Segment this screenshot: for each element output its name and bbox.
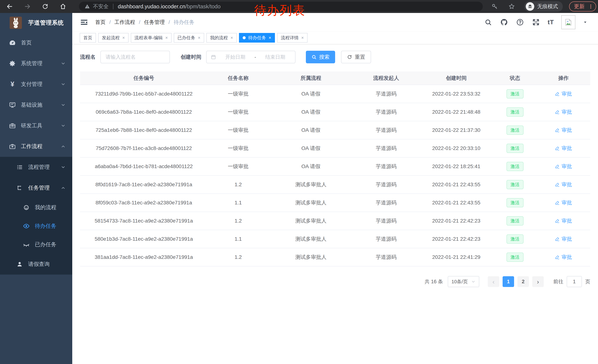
address-bar[interactable]: 不安全 dashboard.yudao.iocoder.cn/bpm/task/… [79, 2, 483, 11]
table-row: 069c6a63-7b8a-11ec-8ef0-acde48001122 一级审… [80, 103, 590, 121]
monitor-icon [8, 101, 17, 108]
yen-icon: ¥ [8, 80, 17, 88]
browser-reload-button[interactable] [40, 1, 50, 12]
approve-button[interactable]: 审批 [555, 199, 572, 206]
approve-button[interactable]: 审批 [555, 217, 572, 224]
page-button-1[interactable]: 1 [503, 276, 514, 287]
sidebar-collapse-icon[interactable] [80, 18, 89, 27]
close-icon[interactable]: × [231, 36, 233, 40]
cell-actions: 审批 [537, 121, 590, 139]
status-badge: 激活 [507, 198, 523, 208]
close-icon[interactable]: × [269, 36, 271, 40]
sidebar-item-label: 任务管理 [28, 184, 50, 192]
breadcrumb-item-workflow[interactable]: 工作流程 [115, 19, 135, 26]
tab-done-tasks[interactable]: 已办任务× [174, 33, 204, 43]
edit-pencil-icon [555, 200, 560, 205]
cell-starter: 芋道源码 [353, 176, 419, 194]
cell-create-time: 2022-01-21 22:43:55 [419, 176, 493, 194]
sidebar-item-label: 请假查询 [28, 260, 50, 268]
tab-process-form-edit[interactable]: 流程表单-编辑× [131, 33, 172, 43]
tab-home[interactable]: 首页 [80, 33, 96, 43]
search-icon[interactable] [484, 18, 492, 26]
github-icon[interactable] [500, 18, 508, 26]
search-button[interactable]: 搜索 [306, 51, 335, 63]
approve-button[interactable]: 审批 [555, 90, 572, 97]
chevron-up-icon [61, 144, 66, 149]
approve-button[interactable]: 审批 [555, 235, 572, 243]
goto-label: 前往 [553, 278, 563, 285]
browser-home-button[interactable] [58, 1, 68, 12]
sidebar-item-todo-tasks[interactable]: 待办任务 [0, 217, 72, 235]
goto-page-input[interactable] [567, 276, 582, 287]
tab-process-detail[interactable]: 流程详情× [277, 33, 307, 43]
approve-button[interactable]: 审批 [555, 163, 572, 170]
font-size-icon[interactable]: tT [548, 18, 554, 26]
breadcrumb-item-task-management[interactable]: 任务管理 [144, 19, 165, 26]
help-icon[interactable] [516, 18, 524, 26]
close-icon[interactable]: × [301, 36, 304, 40]
browser-menu-icon[interactable] [588, 4, 594, 9]
breadcrumb-item-home[interactable]: 首页 [95, 19, 106, 26]
close-icon[interactable]: × [122, 36, 125, 40]
page-url[interactable]: dashboard.yudao.iocoder.cn/bpm/task/todo [118, 4, 221, 10]
sidebar-item-my-process[interactable]: 我的流程 [0, 198, 72, 217]
approve-button[interactable]: 审批 [555, 127, 572, 134]
next-page-button[interactable]: › [532, 276, 544, 287]
sidebar-item-label: 系统管理 [21, 60, 42, 67]
approve-button[interactable]: 审批 [555, 254, 572, 261]
incognito-badge: 无痕模式 [524, 1, 563, 12]
sidebar-item-home[interactable]: 首页 [0, 32, 72, 53]
pagination: 共 16 条 10条/页 ‹ 1 2 › 前往 页 [80, 276, 590, 287]
table-row: 58154733-7ac8-11ec-a9e2-a2380e71991a 1.2… [80, 212, 590, 230]
cell-starter: 芋道源码 [353, 139, 419, 157]
sidebar-item-system-management[interactable]: 系统管理 [0, 53, 72, 74]
approve-button[interactable]: 审批 [555, 108, 572, 115]
approve-button[interactable]: 审批 [555, 181, 572, 188]
page-size-select[interactable]: 10条/页 [448, 276, 479, 287]
sidebar-item-workflow[interactable]: 工作流程 [0, 136, 72, 157]
bookmark-star-icon[interactable] [507, 1, 517, 12]
table-header-row: 任务编号 任务名称 所属流程 流程发起人 创建时间 状态 操作 [80, 72, 590, 85]
app-logo[interactable]: 芋道管理系统 [0, 13, 72, 32]
fullscreen-icon[interactable] [532, 18, 540, 26]
not-secure-warning-icon[interactable] [84, 4, 90, 9]
close-icon[interactable]: × [198, 36, 200, 40]
sidebar-item-label: 首页 [21, 39, 32, 47]
password-key-icon[interactable] [490, 1, 500, 12]
sidebar-item-dev-tools[interactable]: 研发工具 [0, 115, 72, 136]
tab-start-process[interactable]: 发起流程× [98, 33, 129, 43]
browser-back-button[interactable] [4, 1, 15, 12]
cell-process: 测试多审批人 [269, 230, 353, 248]
workflow-submenu: 流程管理 任务管理 我的流程 [0, 157, 72, 275]
sidebar-item-label: 已办任务 [35, 241, 56, 248]
cell-starter: 芋道源码 [353, 103, 419, 121]
tab-todo-tasks[interactable]: 待办任务× [239, 33, 275, 43]
approve-button[interactable]: 审批 [555, 145, 572, 152]
process-name-input[interactable] [100, 51, 170, 63]
sidebar-item-infrastructure[interactable]: 基础设施 [0, 95, 72, 115]
browser-forward-button[interactable] [22, 1, 33, 12]
sidebar-item-task-management[interactable]: 任务管理 [0, 178, 72, 198]
tab-my-process[interactable]: 我的流程× [206, 33, 237, 43]
home-icon [60, 3, 66, 10]
reset-button[interactable]: 重置 [341, 51, 371, 63]
sidebar-item-payment-management[interactable]: ¥ 支付管理 [0, 74, 72, 95]
sidebar-item-done-tasks[interactable]: 已办任务 [0, 235, 72, 254]
close-icon[interactable]: × [165, 36, 168, 40]
active-dot [243, 36, 246, 39]
prev-page-button[interactable]: ‹ [488, 276, 499, 287]
app-title: 芋道管理系统 [28, 19, 64, 27]
status-badge: 激活 [507, 162, 523, 171]
sidebar-item-label: 工作流程 [21, 143, 42, 150]
sidebar-item-label: 我的流程 [35, 204, 56, 211]
dropdown-caret-icon[interactable] [583, 20, 588, 25]
date-range-picker[interactable]: 开始日期 - 结束日期 [206, 51, 295, 63]
avatar[interactable] [561, 15, 575, 29]
sidebar-item-process-management[interactable]: 流程管理 [0, 157, 72, 178]
cell-process: 测试多审批人 [269, 194, 353, 212]
cell-task-name: 一级审批 [208, 85, 269, 103]
page-button-2[interactable]: 2 [517, 276, 529, 287]
security-label[interactable]: 不安全 [93, 3, 108, 10]
browser-update-button[interactable]: 更新 [569, 1, 596, 11]
sidebar-item-leave-query[interactable]: 请假查询 [0, 254, 72, 275]
